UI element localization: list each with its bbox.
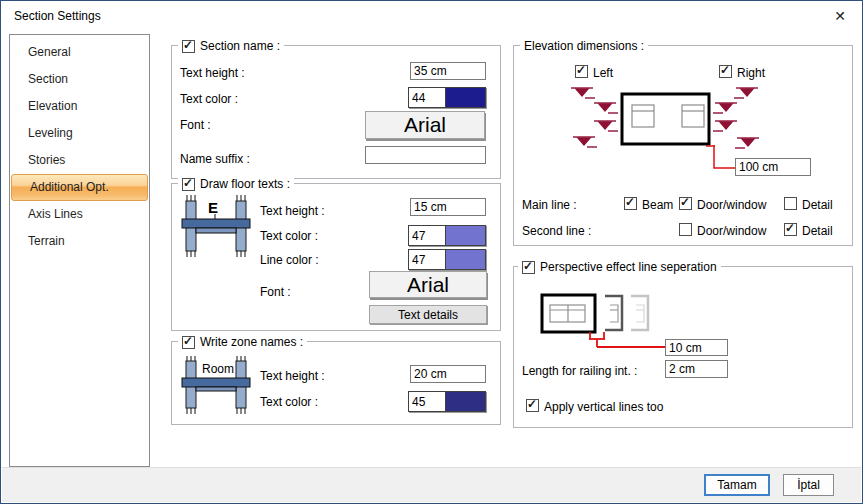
- floor-texts-group: ✓ Draw floor texts : E Text height : 15 …: [171, 183, 501, 331]
- color-number: 47: [409, 226, 446, 245]
- elevation-dimensions-group: Elevation dimensions : ✓ Left ✓ Right: [513, 45, 853, 246]
- check-icon: ✓: [680, 195, 690, 209]
- section-name-group-label: Section name :: [200, 39, 280, 53]
- section-name-checkbox[interactable]: ✓: [182, 40, 195, 53]
- elevation-group-label: Elevation dimensions :: [524, 39, 644, 53]
- cancel-button[interactable]: İptal: [783, 474, 834, 496]
- text-height-input[interactable]: 35 cm: [410, 62, 486, 80]
- color-swatch: [446, 88, 485, 107]
- text-color-picker[interactable]: 47: [408, 225, 486, 246]
- color-swatch: [446, 226, 485, 245]
- main-detail-label: Detail: [802, 198, 833, 212]
- floor-text-sample: E: [208, 199, 218, 216]
- font-label: Font :: [260, 285, 291, 299]
- second-door-window-checkbox[interactable]: ✓: [679, 223, 692, 236]
- apply-vertical-label: Apply vertical lines too: [544, 400, 663, 414]
- text-height-label: Text height :: [260, 369, 325, 383]
- font-label: Font :: [180, 118, 211, 132]
- sidebar-item-leveling[interactable]: Leveling: [10, 120, 149, 147]
- main-beam-checkbox[interactable]: ✓: [624, 197, 637, 210]
- floor-texts-group-label: Draw floor texts :: [200, 177, 290, 191]
- titlebar: Section Settings ✕: [1, 1, 862, 31]
- zone-names-group-label: Write zone names :: [200, 335, 303, 349]
- railing-length-input[interactable]: 2 cm: [665, 360, 728, 378]
- line-color-picker[interactable]: 47: [408, 249, 486, 270]
- color-number: 44: [409, 88, 446, 107]
- zone-text-sample: Room: [202, 362, 234, 376]
- main-detail-checkbox[interactable]: ✓: [784, 197, 797, 210]
- elevation-diagram: [514, 76, 854, 171]
- settings-category-list: General Section Elevation Leveling Stori…: [9, 34, 150, 467]
- sidebar-item-stories[interactable]: Stories: [10, 147, 149, 174]
- second-door-window-label: Door/window: [697, 224, 766, 238]
- main-door-window-label: Door/window: [697, 198, 766, 212]
- color-number: 45: [409, 392, 446, 411]
- elevation-distance-input[interactable]: 100 cm: [735, 158, 811, 176]
- text-color-label: Text color :: [260, 395, 318, 409]
- dialog-footer: Tamam İptal: [2, 467, 861, 502]
- check-icon: ✓: [183, 38, 193, 52]
- check-icon: ✓: [720, 63, 730, 77]
- ok-button[interactable]: Tamam: [704, 474, 770, 496]
- check-icon: ✓: [625, 195, 635, 209]
- text-color-picker[interactable]: 44: [408, 87, 486, 108]
- sidebar-item-section[interactable]: Section: [10, 66, 149, 93]
- font-button[interactable]: Arial: [369, 271, 487, 298]
- name-suffix-label: Name suffix :: [180, 152, 250, 166]
- zone-section-icon: Room: [178, 356, 254, 414]
- perspective-group: ✓ Perspective effect line seperation: [513, 266, 853, 428]
- sidebar-item-terrain[interactable]: Terrain: [10, 228, 149, 255]
- check-icon: ✓: [785, 221, 795, 235]
- check-icon: ✓: [527, 397, 537, 411]
- font-button[interactable]: Arial: [365, 111, 485, 139]
- name-suffix-input[interactable]: [365, 146, 486, 164]
- color-swatch: [446, 250, 485, 269]
- sidebar-item-general[interactable]: General: [10, 39, 149, 66]
- close-icon[interactable]: ✕: [822, 1, 858, 30]
- text-details-button[interactable]: Text details: [369, 305, 487, 324]
- zone-names-checkbox[interactable]: ✓: [182, 336, 195, 349]
- zone-names-group: ✓ Write zone names : Room Text height : …: [171, 341, 501, 425]
- check-icon: ✓: [183, 334, 193, 348]
- text-color-picker[interactable]: 45: [408, 391, 486, 412]
- floor-section-icon: E: [178, 195, 254, 257]
- check-icon: ✓: [183, 176, 193, 190]
- text-color-label: Text color :: [260, 229, 318, 243]
- floor-texts-checkbox[interactable]: ✓: [182, 178, 195, 191]
- second-detail-checkbox[interactable]: ✓: [784, 223, 797, 236]
- section-name-group: ✓ Section name : Text height : 35 cm Tex…: [171, 45, 501, 179]
- color-swatch: [446, 392, 485, 411]
- check-icon: ✓: [576, 63, 586, 77]
- separation-distance-input[interactable]: 10 cm: [665, 339, 728, 356]
- text-height-input[interactable]: 20 cm: [410, 365, 486, 383]
- main-line-label: Main line :: [522, 198, 577, 212]
- second-detail-label: Detail: [802, 224, 833, 238]
- dialog-title: Section Settings: [14, 9, 101, 23]
- line-color-label: Line color :: [260, 253, 319, 267]
- main-door-window-checkbox[interactable]: ✓: [679, 197, 692, 210]
- text-height-label: Text height :: [260, 204, 325, 218]
- railing-length-label: Length for railing int. :: [522, 364, 637, 378]
- sidebar-item-elevation[interactable]: Elevation: [10, 93, 149, 120]
- sidebar-item-axis-lines[interactable]: Axis Lines: [10, 201, 149, 228]
- color-number: 47: [409, 250, 446, 269]
- text-height-label: Text height :: [180, 66, 245, 80]
- apply-vertical-checkbox[interactable]: ✓: [526, 399, 539, 412]
- text-height-input[interactable]: 15 cm: [410, 198, 486, 216]
- sidebar-item-additional-opt[interactable]: Additional Opt.: [11, 174, 148, 201]
- second-line-label: Second line :: [522, 224, 591, 238]
- section-settings-dialog: Section Settings ✕ General Section Eleva…: [0, 0, 863, 504]
- main-beam-label: Beam: [642, 198, 673, 212]
- text-color-label: Text color :: [180, 92, 238, 106]
